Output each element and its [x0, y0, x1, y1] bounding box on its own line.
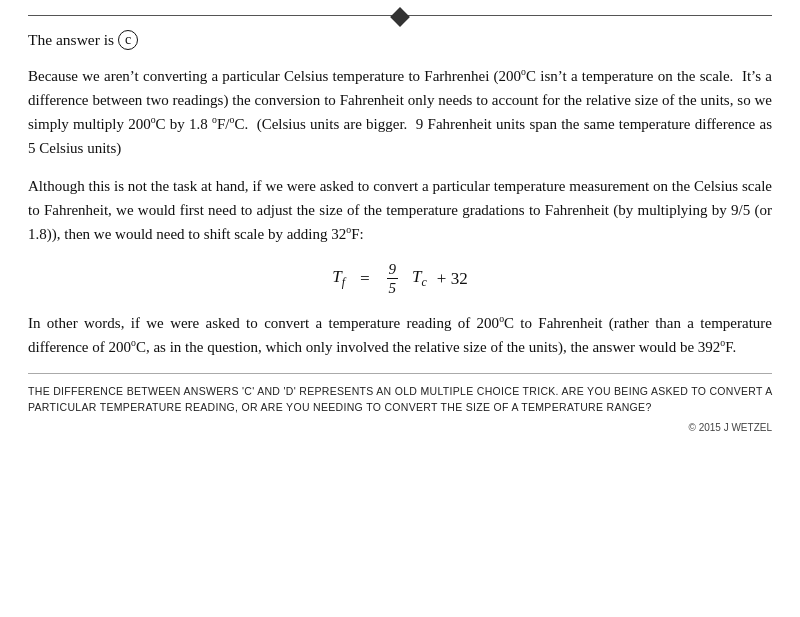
formula-lhs: Tf — [332, 267, 345, 290]
top-marker — [28, 0, 772, 30]
paragraph-2: Although this is not the task at hand, i… — [28, 174, 772, 246]
bottom-section: THE DIFFERENCE BETWEEN ANSWERS 'c' AND '… — [28, 373, 772, 433]
formula-fraction: 9 5 — [387, 260, 399, 297]
formula-inner: Tf = 9 5 Tc + 32 — [332, 260, 467, 297]
page-container: The answer is c Because we aren’t conver… — [0, 0, 800, 617]
paragraph-1: Because we aren’t converting a particula… — [28, 64, 772, 160]
formula-rhs-rest: + 32 — [437, 269, 468, 289]
formula-denominator: 5 — [387, 279, 399, 297]
footer-text: THE DIFFERENCE BETWEEN ANSWERS 'c' AND '… — [28, 384, 772, 416]
formula-rhs: Tc — [412, 267, 427, 290]
copyright: © 2015 J WETZEL — [28, 422, 772, 433]
formula-equals: = — [359, 269, 370, 289]
diamond-icon — [390, 7, 410, 27]
answer-line: The answer is c — [28, 30, 772, 50]
answer-choice: c — [118, 30, 138, 50]
formula-block: Tf = 9 5 Tc + 32 — [28, 260, 772, 297]
answer-label: The answer is — [28, 31, 114, 49]
paragraph-3: In other words, if we were asked to conv… — [28, 311, 772, 359]
formula-numerator: 9 — [387, 260, 399, 279]
